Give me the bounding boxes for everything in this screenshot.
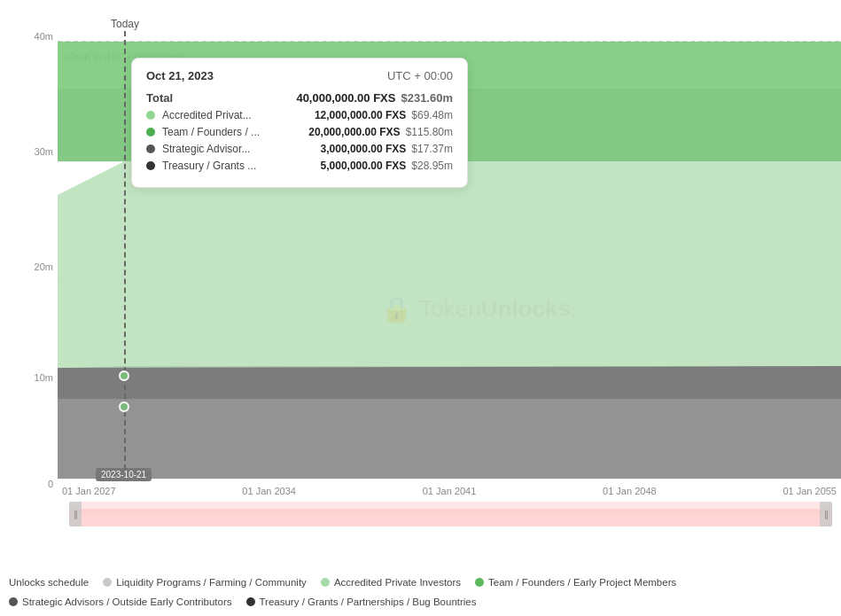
tooltip-label-0: Accredited Privat... <box>162 109 315 121</box>
tooltip-label-2: Strategic Advisor... <box>162 143 321 155</box>
tooltip-row-3: Treasury / Grants ... 5,000,000.00 FXS $… <box>146 160 453 172</box>
svg-marker-7 <box>58 366 841 399</box>
legend-dot-1 <box>321 578 330 587</box>
x-label-4: 01 Jan 2048 <box>603 486 657 496</box>
tooltip-usd-0: $69.48m <box>411 109 453 121</box>
legend-title: Unlocks schedule <box>9 577 89 588</box>
handle-left-icon: ‖ <box>74 510 78 519</box>
tooltip-value-2: 3,000,000.00 FXS <box>321 143 407 155</box>
tooltip-usd-2: $17.37m <box>411 143 453 155</box>
tooltip-value-3: 5,000,000.00 FXS <box>321 160 407 172</box>
y-label-0: 0 <box>48 479 53 489</box>
svg-marker-6 <box>58 399 841 479</box>
svg-rect-12 <box>69 514 832 526</box>
tooltip-value-1: 20,000,000.00 FXS <box>308 126 400 138</box>
date-highlight: 2023-10-21 <box>96 468 152 481</box>
tooltip-utc: UTC + 00:00 <box>387 69 453 82</box>
legend-item-3: Strategic Advisors / Outside Early Contr… <box>9 597 232 607</box>
legend-label-2: Team / Founders / Early Project Members <box>488 577 676 588</box>
tooltip-dot-2 <box>146 144 155 153</box>
tooltip-total-row: Total 40,000,000.00 FXS $231.60m <box>146 91 453 105</box>
tooltip-dot-1 <box>146 128 155 136</box>
x-label-2: 01 Jan 2034 <box>242 486 296 496</box>
tooltip-row-0: Accredited Privat... 12,000,000.00 FXS $… <box>146 109 453 121</box>
tooltip-total-usd: $231.60m <box>401 91 453 105</box>
tooltip-total-label: Total <box>146 91 296 105</box>
legend-item-4: Treasury / Grants / Partnerships / Bug B… <box>246 597 477 607</box>
y-label-40m: 40m <box>35 31 53 42</box>
tooltip-dot-3 <box>146 161 155 170</box>
dot-marker-accredited <box>119 402 129 412</box>
legend-dot-0 <box>103 578 112 587</box>
handle-right-icon: ‖ <box>824 510 829 519</box>
x-label-3: 01 Jan 2041 <box>423 486 477 496</box>
minimap-svg <box>69 502 832 526</box>
svg-marker-8 <box>58 161 841 368</box>
svg-rect-13 <box>69 509 832 514</box>
x-label-1: 01 Jan 2027 <box>62 486 116 496</box>
tooltip-value-0: 12,000,000.00 FXS <box>315 109 406 121</box>
y-label-20m: 20m <box>35 261 53 272</box>
tooltip-usd-1: $115.80m <box>406 126 453 138</box>
y-axis: 40m 30m 20m 10m 0 <box>0 18 58 496</box>
legend-dot-2 <box>475 578 484 587</box>
legend-label-4: Treasury / Grants / Partnerships / Bug B… <box>260 597 477 607</box>
x-axis: 01 Jan 2027 01 Jan 2034 01 Jan 2041 01 J… <box>58 486 841 496</box>
legend-item-0: Liquidity Programs / Farming / Community <box>103 577 307 588</box>
legend: Unlocks schedule Liquidity Programs / Fa… <box>9 577 832 607</box>
y-label-10m: 10m <box>35 372 53 383</box>
minimap-handle-right[interactable]: ‖ <box>820 502 832 526</box>
tooltip-label-1: Team / Founders / ... <box>162 126 308 138</box>
legend-dot-4 <box>246 597 255 606</box>
dot-marker-team <box>119 370 129 381</box>
minimap[interactable]: ‖ ‖ <box>69 502 832 526</box>
legend-label-1: Accredited Private Investors <box>334 577 461 588</box>
tooltip-date: Oct 21, 2023 <box>146 69 214 82</box>
legend-title-item: Unlocks schedule <box>9 577 89 588</box>
tooltip-dot-0 <box>146 111 155 120</box>
legend-label-3: Strategic Advisors / Outside Early Contr… <box>22 597 232 607</box>
chart-container: 40m 30m 20m 10m 0 Chart in UTC + 00:00 T… <box>0 0 841 616</box>
legend-label-0: Liquidity Programs / Farming / Community <box>116 577 307 588</box>
tooltip: Oct 21, 2023 UTC + 00:00 Total 40,000,00… <box>131 58 468 188</box>
legend-item-1: Accredited Private Investors <box>321 577 461 588</box>
tooltip-header: Oct 21, 2023 UTC + 00:00 <box>146 69 453 82</box>
tooltip-row-2: Strategic Advisor... 3,000,000.00 FXS $1… <box>146 143 453 155</box>
tooltip-label-3: Treasury / Grants ... <box>162 160 321 172</box>
y-label-30m: 30m <box>35 146 53 157</box>
legend-dot-3 <box>9 597 18 606</box>
legend-item-2: Team / Founders / Early Project Members <box>475 577 676 588</box>
minimap-handle-left[interactable]: ‖ <box>69 502 82 526</box>
x-label-5: 01 Jan 2055 <box>783 486 837 496</box>
tooltip-total-value: 40,000,000.00 FXS <box>296 91 395 105</box>
tooltip-row-1: Team / Founders / ... 20,000,000.00 FXS … <box>146 126 453 138</box>
tooltip-usd-3: $28.95m <box>411 160 453 172</box>
